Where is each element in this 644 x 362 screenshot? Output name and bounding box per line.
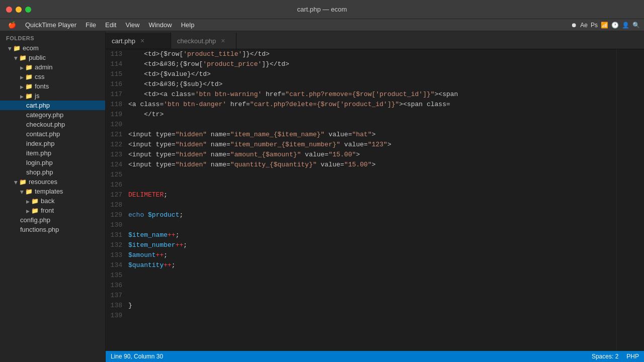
titlebar: cart.php — ecom [0,0,644,19]
sidebar-item-item-php[interactable]: item.php [0,148,105,158]
record-icon: ⏺ [571,22,577,29]
sidebar-item-resources[interactable]: ▶📁resources [0,177,105,187]
main-layout: FOLDERS ▶📁ecom ▶📁public ▶📁admin ▶📁css ▶📁… [0,31,644,362]
menubar: 🍎 QuickTime Player File Edit View Window… [0,19,644,31]
code-line-119: </tr> [128,110,612,120]
tab-cart-php[interactable]: cart.php × [106,33,171,49]
code-line-135 [128,270,612,281]
minimize-button[interactable] [16,7,22,13]
menu-help[interactable]: Help [177,20,199,31]
sidebar-item-front[interactable]: ▶📁front [0,206,105,215]
tabs-bar: cart.php × checkout.php × [106,31,644,49]
sidebar-item-category-php[interactable]: category.php [0,110,105,120]
tab-label: checkout.php [177,37,216,45]
sidebar-item-checkout-php[interactable]: checkout.php [0,120,105,129]
code-line-134: $quantity++; [128,260,612,270]
code-line-130 [128,220,612,230]
code-line-124: <input type="hidden" name="quantity_{$qu… [128,160,612,170]
search-icon[interactable]: 🔍 [632,22,640,29]
tab-close-checkout[interactable]: × [220,37,226,45]
code-line-138: } [128,301,612,311]
code-line-127: DELIMETER; [128,190,612,200]
code-line-132: $item_number++; [128,240,612,250]
sidebar-item-css[interactable]: ▶📁css [0,72,105,81]
code-line-114: <td>&#36;{$row['product_price']}</td> [128,59,612,69]
ae-icon: Ae [580,22,588,29]
code-line-126 [128,180,612,190]
menu-window[interactable]: Window [144,20,176,31]
sidebar-item-cart-php[interactable]: cart.php [0,101,105,110]
sidebar-item-functions-php[interactable]: functions.php [0,225,105,234]
status-bar: Line 90, Column 30 Spaces: 2 PHP [106,351,644,362]
sidebar-item-templates[interactable]: ▶📁templates [0,187,105,196]
code-line-129: echo $product; [128,210,612,220]
code-line-115: <td>{$value}</td> [128,69,612,79]
folders-header: FOLDERS [0,31,105,43]
code-line-139 [128,311,612,321]
line-numbers: 113 114 115 116 117 118 119 120 121 122 … [106,49,128,351]
code-line-133: $amount++; [128,250,612,260]
sidebar-item-ecom[interactable]: ▶📁ecom [0,43,105,53]
code-line-137 [128,291,612,301]
code-line-120 [128,120,612,130]
code-line-117: <td><a class='btn btn-warning' href="car… [128,89,612,100]
sidebar-item-fonts[interactable]: ▶📁fonts [0,81,105,91]
minimap [616,49,644,351]
wifi-icon: 📶 [601,22,608,29]
menu-edit[interactable]: Edit [101,20,120,31]
sidebar-item-back[interactable]: ▶📁back [0,196,105,206]
maximize-button[interactable] [25,7,31,13]
menu-quicktime[interactable]: QuickTime Player [21,20,80,31]
apple-menu[interactable]: 🍎 [4,20,20,31]
sidebar: FOLDERS ▶📁ecom ▶📁public ▶📁admin ▶📁css ▶📁… [0,31,106,362]
tab-checkout-php[interactable]: checkout.php × [171,33,236,49]
code-line-128 [128,200,612,210]
sidebar-item-contact-php[interactable]: contact.php [0,129,105,139]
sidebar-item-login-php[interactable]: login.php [0,158,105,167]
sidebar-item-admin[interactable]: ▶📁admin [0,62,105,72]
spaces-setting[interactable]: Spaces: 2 [592,353,618,360]
sidebar-item-shop-php[interactable]: shop.php [0,167,105,177]
ps-icon: Ps [591,22,598,29]
code-line-113: <td>{$row['product_title']}</td> [128,49,612,59]
sidebar-item-config-php[interactable]: config.php [0,215,105,225]
menu-file[interactable]: File [82,20,100,31]
code-line-123: <input type="hidden" name="amount_{$amou… [128,150,612,160]
sidebar-item-js[interactable]: ▶📁js [0,91,105,101]
user-icon: 👤 [622,22,629,29]
status-right: Spaces: 2 PHP [592,353,639,360]
editor-content: 113 114 115 116 117 118 119 120 121 122 … [106,49,644,351]
code-line-125 [128,170,612,180]
close-button[interactable] [6,7,12,13]
tab-label: cart.php [112,37,135,45]
code-editor[interactable]: <td>{$row['product_title']}</td> <td>&#3… [128,49,616,351]
menubar-system-icons: ⏺ Ae Ps 📶 🕐 👤 🔍 [571,22,640,29]
sidebar-item-public[interactable]: ▶📁public [0,53,105,62]
language-mode[interactable]: PHP [626,353,639,360]
code-line-118: <a class='btn btn-danger' href="cart.php… [128,100,612,110]
code-line-131: $item_name++; [128,230,612,240]
clock-icon: 🕐 [611,22,619,29]
traffic-lights [6,7,31,13]
code-line-122: <input type="hidden" name="item_number_{… [128,140,612,150]
menu-view[interactable]: View [121,20,143,31]
cursor-position: Line 90, Column 30 [111,353,163,360]
sidebar-item-index-php[interactable]: index.php [0,139,105,148]
code-line-116: <td>&#36;{$sub}</td> [128,79,612,89]
code-line-121: <input type="hidden" name="item_name_{$i… [128,130,612,140]
tab-close-cart[interactable]: × [139,37,145,45]
window-title: cart.php — ecom [297,6,347,13]
code-line-136 [128,281,612,291]
editor-area: cart.php × checkout.php × 113 114 115 11… [106,31,644,362]
